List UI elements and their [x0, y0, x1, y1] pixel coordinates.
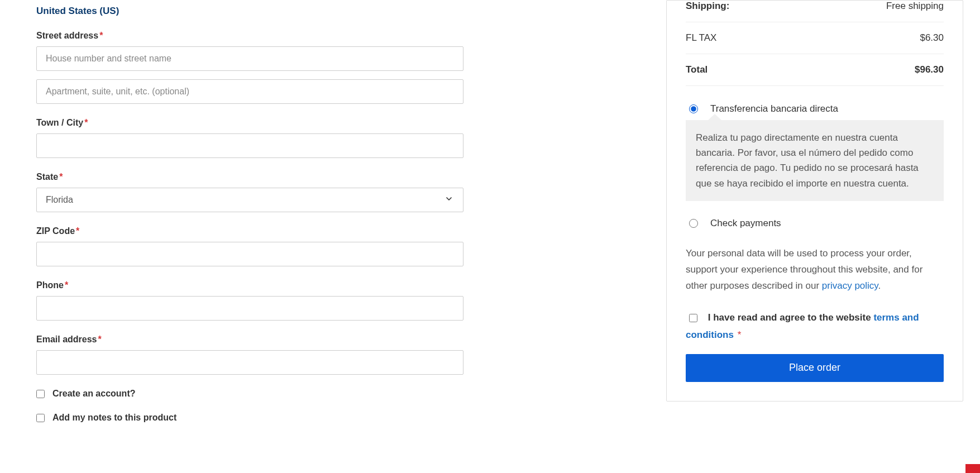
street-address-input-2[interactable]: [36, 79, 463, 104]
create-account-checkbox[interactable]: [36, 390, 45, 398]
street-address-input-1[interactable]: [36, 46, 463, 71]
payment-option-cheque[interactable]: Check payments: [686, 214, 944, 235]
phone-field: Phone*: [36, 280, 463, 321]
email-input[interactable]: [36, 350, 463, 375]
summary-shipping-value: Free shipping: [886, 1, 944, 12]
privacy-policy-link[interactable]: privacy policy: [822, 280, 878, 291]
order-notes-checkbox[interactable]: [36, 414, 45, 422]
city-input[interactable]: [36, 133, 463, 158]
phone-input[interactable]: [36, 296, 463, 321]
state-label: State*: [36, 172, 463, 182]
create-account-row: Create an account?: [36, 389, 463, 399]
city-label: Town / City*: [36, 118, 463, 128]
phone-label: Phone*: [36, 280, 463, 290]
payment-label-bacs[interactable]: Transferencia bancaria directa: [710, 103, 838, 114]
payment-option-bacs[interactable]: Transferencia bancaria directa: [686, 100, 944, 120]
terms-row: I have read and agree to the website ter…: [686, 309, 944, 343]
billing-form: United States (US) Street address* Town …: [17, 0, 463, 437]
city-field: Town / City*: [36, 118, 463, 158]
summary-tax-row: FL TAX $6.30: [686, 22, 944, 54]
payment-radio-cheque[interactable]: [689, 219, 698, 228]
summary-total-value: $96.30: [915, 64, 944, 75]
payment-desc-bacs: Realiza tu pago directamente en nuestra …: [686, 120, 944, 201]
payment-desc-bacs-wrap: Realiza tu pago directamente en nuestra …: [686, 120, 944, 201]
payment-label-cheque[interactable]: Check payments: [710, 218, 781, 229]
summary-shipping-row: Shipping: Free shipping: [686, 1, 944, 22]
tooltip-pointer-icon: [707, 114, 723, 121]
privacy-policy-text: Your personal data will be used to proce…: [686, 246, 944, 294]
order-notes-label[interactable]: Add my notes to this product: [52, 413, 176, 423]
create-account-label[interactable]: Create an account?: [52, 389, 135, 399]
terms-checkbox[interactable]: [689, 314, 697, 322]
place-order-button[interactable]: Place order: [686, 354, 944, 382]
order-summary-box: Shipping: Free shipping FL TAX $6.30 Tot…: [666, 0, 963, 402]
summary-shipping-label: Shipping:: [686, 1, 729, 12]
street-address-field: Street address*: [36, 31, 463, 104]
summary-tax-value: $6.30: [920, 32, 944, 44]
state-select[interactable]: Florida: [36, 188, 463, 212]
state-selected-value: Florida: [46, 195, 73, 205]
zip-label: ZIP Code*: [36, 226, 463, 236]
zip-input[interactable]: [36, 242, 463, 266]
order-notes-row: Add my notes to this product: [36, 413, 463, 423]
terms-text: I have read and agree to the website: [708, 312, 874, 323]
street-address-label: Street address*: [36, 31, 463, 41]
summary-tax-label: FL TAX: [686, 32, 716, 44]
email-label: Email address*: [36, 335, 463, 345]
email-field: Email address*: [36, 335, 463, 375]
payment-radio-bacs[interactable]: [689, 104, 698, 113]
zip-field: ZIP Code*: [36, 226, 463, 266]
state-field: State* Florida: [36, 172, 463, 212]
country-display: United States (US): [36, 6, 463, 17]
summary-total-row: Total $96.30: [686, 54, 944, 86]
summary-total-label: Total: [686, 64, 707, 75]
